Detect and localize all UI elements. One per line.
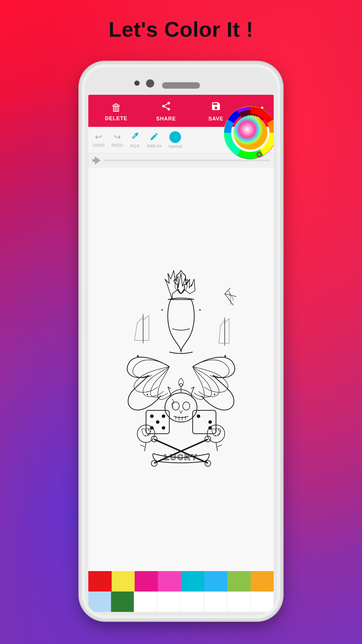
phone-speaker: [162, 82, 200, 89]
svg-rect-15: [193, 410, 216, 434]
normal-label: Normal: [169, 144, 182, 149]
phone-sensor: [134, 80, 140, 86]
svg-point-16: [197, 415, 200, 418]
color-red[interactable]: [88, 571, 112, 592]
svg-line-20: [145, 442, 146, 451]
color-white-5[interactable]: [227, 592, 250, 612]
svg-text:✦: ✦: [198, 308, 201, 312]
pick-label: PICK: [130, 144, 140, 148]
coloring-artwork: ✦ ✦ ✦ ✦ ✦ ✦ LUCKY: [120, 265, 242, 475]
color-palette: [88, 571, 274, 612]
svg-line-22: [216, 442, 217, 451]
color-orange[interactable]: [251, 571, 274, 592]
phone-inner: 🗑 DELETE SHARE: [85, 67, 277, 615]
redo-icon: ↪: [114, 132, 121, 142]
addline-label: AddLine: [147, 144, 161, 148]
slider-arrow-icon: [92, 156, 101, 164]
color-spectrum: [234, 117, 266, 149]
color-cyan[interactable]: [181, 571, 204, 592]
svg-point-4: [183, 402, 190, 410]
undo-icon: ↩: [95, 132, 102, 142]
svg-point-11: [162, 415, 165, 418]
color-pink[interactable]: [158, 571, 181, 592]
save-icon: [211, 101, 221, 114]
undo-label: UNDO: [92, 143, 104, 148]
phone-camera: [146, 79, 154, 88]
sub-toolbar: ↩ UNDO ↪ REDO PICK: [88, 127, 274, 153]
color-white-3[interactable]: [180, 592, 204, 612]
eyedropper-icon: [130, 131, 140, 143]
share-icon: [161, 101, 171, 114]
color-light-blue[interactable]: [204, 571, 228, 592]
color-pale-blue[interactable]: [88, 592, 111, 612]
color-light-green[interactable]: [227, 571, 251, 592]
svg-text:✦: ✦: [146, 393, 149, 397]
pick-button[interactable]: PICK: [130, 131, 140, 148]
palette-row-1: [88, 571, 274, 592]
color-white-4[interactable]: [204, 592, 227, 612]
redo-label: REDO: [111, 143, 123, 148]
undo-button[interactable]: ↩ UNDO: [92, 132, 104, 148]
svg-point-12: [156, 421, 159, 424]
svg-text:LUCKY: LUCKY: [164, 453, 198, 462]
svg-text:✦: ✦: [223, 354, 227, 359]
color-wheel[interactable]: [221, 104, 274, 162]
color-white-6[interactable]: [250, 592, 274, 612]
color-deep-pink[interactable]: [135, 571, 158, 592]
share-button[interactable]: SHARE: [141, 101, 191, 122]
svg-point-10: [150, 415, 153, 418]
svg-point-17: [209, 421, 212, 424]
canvas-area[interactable]: ✦ ✦ ✦ ✦ ✦ ✦ LUCKY: [88, 168, 274, 571]
color-dark-green[interactable]: [111, 592, 134, 612]
delete-button[interactable]: 🗑 DELETE: [91, 102, 141, 122]
normal-button[interactable]: Normal: [169, 131, 182, 149]
svg-point-28: [151, 461, 157, 466]
color-white-2[interactable]: [157, 592, 180, 612]
svg-text:✦: ✦: [213, 393, 216, 397]
trash-icon: 🗑: [111, 102, 122, 114]
color-yellow[interactable]: [112, 571, 135, 592]
redo-button[interactable]: ↪ REDO: [111, 132, 123, 148]
palette-row-2: [88, 592, 274, 612]
color-white-1[interactable]: [134, 592, 157, 612]
addline-button[interactable]: AddLine: [147, 132, 161, 148]
addline-icon: [150, 132, 159, 142]
share-label: SHARE: [156, 116, 176, 122]
app-title: Let's Color It !: [0, 18, 362, 41]
svg-text:✦: ✦: [136, 354, 140, 359]
phone-frame: 🗑 DELETE SHARE: [82, 64, 280, 618]
delete-label: DELETE: [105, 116, 127, 122]
phone-screen: 🗑 DELETE SHARE: [88, 95, 274, 612]
color-wheel-svg: [221, 104, 274, 162]
svg-point-3: [172, 402, 179, 410]
color-circle-icon: [169, 131, 181, 143]
svg-point-14: [162, 426, 165, 429]
svg-point-26: [205, 461, 211, 466]
svg-text:✦: ✦: [161, 308, 164, 312]
